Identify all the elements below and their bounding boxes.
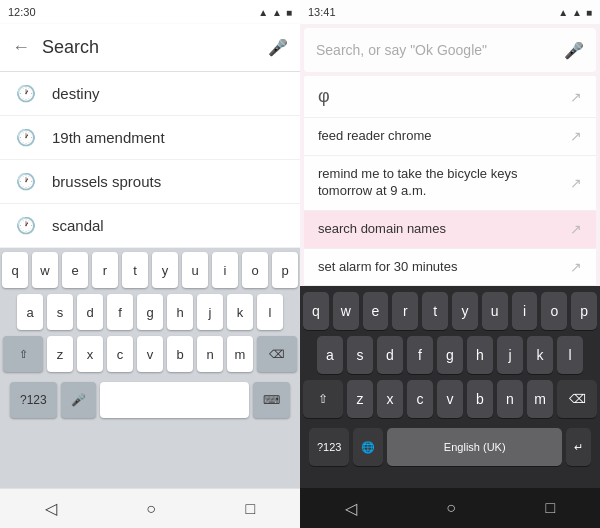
key-a[interactable]: a — [317, 336, 343, 374]
key-v[interactable]: v — [437, 380, 463, 418]
left-status-bar: 12:30 ▲ ▲ ■ — [0, 0, 300, 24]
back-nav-button[interactable]: ◁ — [45, 499, 57, 518]
key-numbers[interactable]: ?123 — [309, 428, 349, 466]
key-s[interactable]: s — [347, 336, 373, 374]
key-r[interactable]: r — [392, 292, 418, 330]
list-item[interactable]: remind me to take the bicycle keys tomor… — [304, 156, 596, 211]
right-search-bar[interactable]: Search, or say "Ok Google" 🎤 — [304, 28, 596, 72]
key-e[interactable]: e — [363, 292, 389, 330]
key-m[interactable]: m — [527, 380, 553, 418]
key-shift[interactable]: ⇧ — [303, 380, 343, 418]
key-o[interactable]: o — [541, 292, 567, 330]
list-item[interactable]: 🕐 destiny — [0, 72, 300, 116]
list-item[interactable]: 🕐 19th amendment — [0, 116, 300, 160]
key-backspace[interactable]: ⌫ — [557, 380, 597, 418]
list-item[interactable]: 🕐 scandal — [0, 204, 300, 248]
key-t[interactable]: t — [122, 252, 148, 288]
home-nav-button[interactable]: ○ — [446, 499, 456, 517]
key-g[interactable]: g — [437, 336, 463, 374]
key-g[interactable]: g — [137, 294, 163, 330]
key-s[interactable]: s — [47, 294, 73, 330]
back-nav-button[interactable]: ◁ — [345, 499, 357, 518]
right-panel: 13:41 ▲ ▲ ■ Search, or say "Ok Google" 🎤… — [300, 0, 600, 528]
recents-nav-button[interactable]: □ — [546, 499, 556, 517]
mic-icon[interactable]: 🎤 — [564, 41, 584, 60]
suggestion-text: scandal — [52, 217, 104, 234]
key-keyboard[interactable]: ⌨ — [253, 382, 290, 418]
key-b[interactable]: b — [467, 380, 493, 418]
key-m[interactable]: m — [227, 336, 253, 372]
right-status-icons: ▲ ▲ ■ — [558, 7, 592, 18]
key-i[interactable]: i — [512, 292, 538, 330]
key-y[interactable]: y — [152, 252, 178, 288]
key-r[interactable]: r — [92, 252, 118, 288]
arrow-icon: ↗ — [570, 175, 582, 191]
key-return[interactable]: ↵ — [566, 428, 591, 466]
key-p[interactable]: p — [272, 252, 298, 288]
key-d[interactable]: d — [377, 336, 403, 374]
key-q[interactable]: q — [303, 292, 329, 330]
list-item[interactable]: φ ↗ — [304, 76, 596, 118]
key-u[interactable]: u — [482, 292, 508, 330]
key-w[interactable]: w — [333, 292, 359, 330]
key-h[interactable]: h — [467, 336, 493, 374]
list-item[interactable]: feed reader chrome ↗ — [304, 118, 596, 156]
list-item[interactable]: 🕐 brussels sprouts — [0, 160, 300, 204]
key-p[interactable]: p — [571, 292, 597, 330]
key-u[interactable]: u — [182, 252, 208, 288]
key-h[interactable]: h — [167, 294, 193, 330]
key-w[interactable]: w — [32, 252, 58, 288]
key-i[interactable]: i — [212, 252, 238, 288]
key-k[interactable]: k — [527, 336, 553, 374]
key-space[interactable] — [100, 382, 249, 418]
key-space[interactable]: English (UK) — [387, 428, 562, 466]
key-x[interactable]: x — [77, 336, 103, 372]
key-z[interactable]: z — [47, 336, 73, 372]
list-item[interactable]: set alarm for 30 minutes ↗ — [304, 249, 596, 287]
key-e[interactable]: e — [62, 252, 88, 288]
key-shift[interactable]: ⇧ — [3, 336, 43, 372]
right-suggestions: φ ↗ feed reader chrome ↗ remind me to ta… — [304, 76, 596, 286]
key-f[interactable]: f — [107, 294, 133, 330]
suggestion-text: destiny — [52, 85, 100, 102]
back-button[interactable]: ← — [12, 37, 30, 58]
wifi-icon: ▲ — [572, 7, 582, 18]
key-l[interactable]: l — [257, 294, 283, 330]
key-o[interactable]: o — [242, 252, 268, 288]
keyboard-row-3: ⇧ z x c v b n m ⌫ — [303, 380, 597, 418]
key-backspace[interactable]: ⌫ — [257, 336, 297, 372]
key-c[interactable]: c — [407, 380, 433, 418]
key-n[interactable]: n — [197, 336, 223, 372]
keyboard-row-3: ⇧ z x c v b n m ⌫ — [2, 336, 298, 372]
key-mic[interactable]: 🎤 — [61, 382, 96, 418]
key-j[interactable]: j — [197, 294, 223, 330]
key-b[interactable]: b — [167, 336, 193, 372]
battery-icon: ■ — [586, 7, 592, 18]
key-numbers[interactable]: ?123 — [10, 382, 57, 418]
keyboard-row-2: a s d f g h j k l — [2, 294, 298, 330]
key-q[interactable]: q — [2, 252, 28, 288]
key-c[interactable]: c — [107, 336, 133, 372]
key-y[interactable]: y — [452, 292, 478, 330]
phi-symbol: φ — [318, 86, 330, 107]
home-nav-button[interactable]: ○ — [146, 500, 156, 518]
key-x[interactable]: x — [377, 380, 403, 418]
left-nav-bar: ◁ ○ □ — [0, 488, 300, 528]
recents-nav-button[interactable]: □ — [246, 500, 256, 518]
key-v[interactable]: v — [137, 336, 163, 372]
mic-icon[interactable]: 🎤 — [268, 38, 288, 57]
list-item[interactable]: search domain names ↗ — [304, 211, 596, 249]
key-j[interactable]: j — [497, 336, 523, 374]
key-z[interactable]: z — [347, 380, 373, 418]
history-icon: 🕐 — [16, 216, 36, 235]
key-t[interactable]: t — [422, 292, 448, 330]
key-globe[interactable]: 🌐 — [353, 428, 383, 466]
key-a[interactable]: a — [17, 294, 43, 330]
search-input[interactable]: Search — [42, 37, 256, 58]
key-k[interactable]: k — [227, 294, 253, 330]
signal-icon: ▲ — [258, 7, 268, 18]
key-d[interactable]: d — [77, 294, 103, 330]
key-l[interactable]: l — [557, 336, 583, 374]
key-f[interactable]: f — [407, 336, 433, 374]
key-n[interactable]: n — [497, 380, 523, 418]
